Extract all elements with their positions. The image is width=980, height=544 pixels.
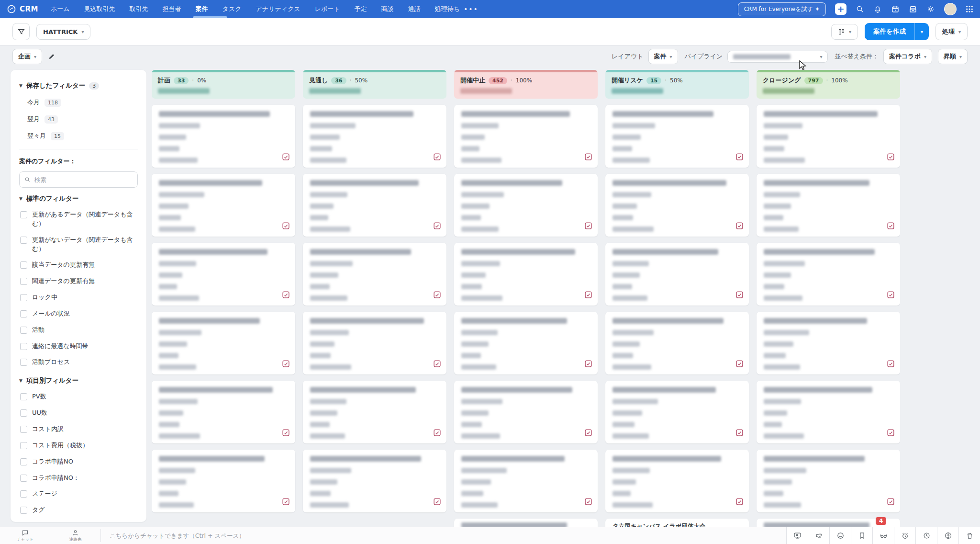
filter-search-input[interactable] bbox=[34, 176, 133, 183]
checkbox[interactable] bbox=[20, 409, 27, 417]
checkbox[interactable] bbox=[20, 237, 27, 244]
search-icon[interactable] bbox=[856, 5, 864, 13]
process-dropdown[interactable]: 処理▾ bbox=[935, 23, 968, 40]
deal-card[interactable] bbox=[152, 450, 295, 512]
nav-item-処理待ち[interactable]: 処理待ち bbox=[435, 0, 460, 18]
deal-card[interactable] bbox=[303, 312, 446, 374]
checkbox[interactable] bbox=[20, 458, 27, 465]
filter-checkbox-row[interactable]: 該当データの更新有無 bbox=[20, 261, 138, 270]
checkbox[interactable] bbox=[20, 507, 27, 514]
deal-card[interactable] bbox=[303, 105, 446, 168]
checkbox[interactable] bbox=[20, 442, 27, 449]
checkbox[interactable] bbox=[20, 475, 27, 482]
filter-checkbox-row[interactable]: 更新がないデータ（関連データも含む） bbox=[20, 236, 138, 254]
nav-item-通話[interactable]: 通話 bbox=[408, 0, 421, 18]
deal-card[interactable] bbox=[757, 381, 900, 443]
nav-item-見込取引先[interactable]: 見込取引先 bbox=[84, 0, 115, 18]
deal-card[interactable] bbox=[605, 381, 749, 443]
nav-item-担当者[interactable]: 担当者 bbox=[163, 0, 181, 18]
deal-card[interactable] bbox=[605, 450, 749, 512]
standard-filters-section-header[interactable]: ▼ 標準のフィルター bbox=[19, 194, 138, 203]
deal-card[interactable] bbox=[454, 105, 598, 168]
contacts-tab[interactable]: 連絡先 bbox=[50, 527, 100, 544]
nav-item-取引先[interactable]: 取引先 bbox=[130, 0, 148, 18]
filter-button[interactable] bbox=[12, 23, 30, 40]
avatar[interactable] bbox=[944, 3, 957, 15]
checkbox[interactable] bbox=[20, 327, 27, 334]
accessibility-icon-button[interactable] bbox=[937, 527, 958, 544]
marketplace-icon[interactable] bbox=[909, 5, 917, 13]
nav-item-レポート[interactable]: レポート bbox=[315, 0, 340, 18]
sort-order-select[interactable]: 昇順▾ bbox=[938, 49, 968, 64]
deal-card[interactable] bbox=[303, 381, 446, 443]
deal-card[interactable] bbox=[454, 450, 598, 512]
deal-card[interactable] bbox=[757, 312, 900, 374]
deal-card[interactable] bbox=[454, 243, 598, 306]
filter-checkbox-row[interactable]: ロック中 bbox=[20, 293, 138, 302]
pencil-icon[interactable] bbox=[48, 53, 56, 60]
alarm-icon-button[interactable] bbox=[894, 527, 915, 544]
deal-card[interactable] bbox=[757, 174, 900, 237]
deal-card[interactable] bbox=[152, 381, 295, 443]
chat-tab[interactable]: チャット bbox=[0, 527, 50, 544]
field-filters-section-header[interactable]: ▼ 項目別フィルター bbox=[19, 376, 138, 385]
deal-card[interactable] bbox=[605, 243, 749, 306]
filter-checkbox-row[interactable]: UU数 bbox=[20, 408, 138, 418]
checkbox[interactable] bbox=[20, 343, 27, 350]
deal-card-partial[interactable] bbox=[454, 519, 598, 527]
filter-checkbox-row[interactable]: メールの状況 bbox=[20, 309, 138, 318]
checkbox[interactable] bbox=[20, 211, 27, 218]
nav-item-商談[interactable]: 商談 bbox=[381, 0, 394, 18]
saved-filter-item[interactable]: 翌々月15 bbox=[27, 132, 138, 140]
zia-glasses-icon-button[interactable] bbox=[872, 527, 894, 544]
sort-field-select[interactable]: 案件コラボ▾ bbox=[883, 49, 932, 64]
history-icon-button[interactable] bbox=[915, 527, 937, 544]
checkbox[interactable] bbox=[20, 294, 27, 301]
deal-card[interactable] bbox=[454, 174, 598, 237]
deal-card[interactable] bbox=[757, 105, 900, 168]
filter-checkbox-row[interactable]: 更新があるデータ（関連データも含む） bbox=[20, 210, 138, 228]
deal-card[interactable] bbox=[152, 105, 295, 168]
deal-card[interactable] bbox=[605, 312, 749, 374]
deal-card[interactable] bbox=[152, 312, 295, 374]
deal-card[interactable] bbox=[152, 243, 295, 306]
nav-more-button[interactable]: ••• bbox=[464, 5, 479, 13]
chat-input[interactable] bbox=[110, 532, 778, 539]
checkbox[interactable] bbox=[20, 278, 27, 285]
layout-select[interactable]: 案件▾ bbox=[648, 49, 678, 64]
deal-card[interactable] bbox=[303, 174, 446, 237]
filter-checkbox-row[interactable]: コラボ申請NO bbox=[20, 457, 138, 466]
deal-card[interactable] bbox=[303, 450, 446, 512]
checkbox[interactable] bbox=[20, 310, 27, 317]
trial-button[interactable]: CRM for Everyoneを試す✦ bbox=[738, 2, 826, 16]
checkbox[interactable] bbox=[20, 261, 27, 269]
view-name-dropdown[interactable]: HATTRICK▾ bbox=[36, 24, 90, 40]
filter-checkbox-row[interactable]: 連絡に最適な時間帯 bbox=[20, 342, 138, 351]
apps-grid-icon[interactable] bbox=[966, 5, 973, 13]
saved-filters-section-header[interactable]: ▼ 保存したフィルター 3 bbox=[19, 81, 138, 90]
filter-checkbox-row[interactable]: コスト内訳 bbox=[20, 425, 138, 434]
screen-search-icon-button[interactable] bbox=[786, 527, 808, 544]
recycle-bin-icon-button[interactable] bbox=[958, 527, 980, 544]
checkbox[interactable] bbox=[20, 359, 27, 366]
nav-item-アナリティクス[interactable]: アナリティクス bbox=[256, 0, 301, 18]
feedback-icon-button[interactable] bbox=[829, 527, 851, 544]
deal-card[interactable] bbox=[303, 243, 446, 306]
calendar-icon[interactable] bbox=[891, 5, 900, 13]
board-view-switcher[interactable]: ▾ bbox=[831, 24, 858, 40]
plus-icon[interactable]: + bbox=[835, 3, 846, 15]
deal-card[interactable] bbox=[454, 381, 598, 443]
deal-card[interactable] bbox=[605, 105, 749, 168]
nav-item-タスク[interactable]: タスク bbox=[223, 0, 242, 18]
checkbox[interactable] bbox=[20, 426, 27, 433]
filter-checkbox-row[interactable]: コラボ申請NO： bbox=[20, 474, 138, 483]
bookmark-icon-button[interactable] bbox=[851, 527, 872, 544]
settings-icon[interactable] bbox=[926, 5, 935, 13]
filter-checkbox-row[interactable]: PV数 bbox=[20, 392, 138, 401]
filter-search[interactable] bbox=[19, 171, 138, 188]
nav-item-ホーム[interactable]: ホーム bbox=[51, 0, 70, 18]
saved-filter-item[interactable]: 翌月43 bbox=[27, 115, 138, 124]
deal-card[interactable] bbox=[454, 312, 598, 374]
brand[interactable]: CRM bbox=[7, 4, 38, 14]
deal-card[interactable] bbox=[757, 450, 900, 512]
